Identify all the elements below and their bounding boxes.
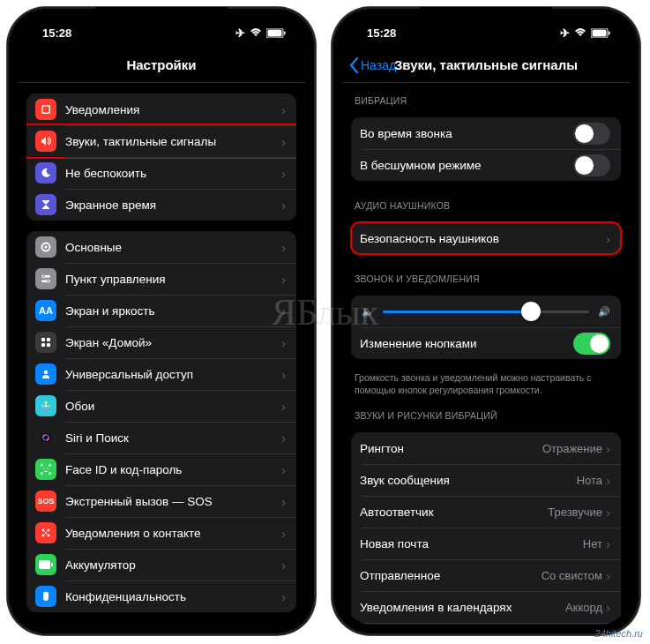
volume-low-icon: 🔈 — [362, 306, 374, 318]
airplane-icon: ✈ — [560, 26, 570, 40]
svg-rect-31 — [51, 563, 53, 566]
settings-row[interactable]: Звуки, тактильные сигналы› — [26, 125, 296, 157]
chevron-right-icon: › — [606, 441, 610, 456]
row-sound-setting[interactable]: УведомленияАккорд› — [351, 623, 621, 625]
row-label: Универсальный доступ — [65, 368, 281, 381]
toggle-change-with-buttons[interactable] — [573, 333, 610, 355]
phone-right: 15:28 ✈ Назад Звуки, тактильные сигналы … — [332, 7, 640, 635]
row-sound-setting[interactable]: Звук сообщенияНота› — [351, 464, 621, 496]
chevron-right-icon: › — [281, 462, 286, 477]
chevron-left-icon — [349, 57, 359, 73]
row-toggle[interactable]: Во время звонка — [351, 117, 621, 149]
volume-slider-row[interactable]: 🔈 🔊 — [351, 296, 621, 327]
row-value: Аккорд — [565, 601, 602, 614]
row-label: Siri и Поиск — [65, 431, 281, 445]
row-toggle[interactable]: В бесшумном режиме — [351, 149, 621, 181]
svg-rect-14 — [47, 343, 50, 347]
scroll-area[interactable]: ВИБРАЦИЯ Во время звонкаВ бесшумном режи… — [342, 83, 630, 625]
section-header-ringer: ЗВОНОК И УВЕДОМЛЕНИЯ — [342, 261, 630, 288]
hand-icon — [35, 586, 56, 607]
row-headphone-safety[interactable]: Безопасность наушников› — [351, 222, 621, 254]
row-label: Уведомления — [65, 103, 281, 116]
row-label: Отправленное — [360, 569, 542, 582]
svg-point-21 — [41, 433, 51, 443]
row-sound-setting[interactable]: Новая почтаНет› — [351, 528, 621, 559]
row-label: Не беспокоить — [65, 167, 281, 180]
chevron-right-icon: › — [281, 102, 286, 117]
row-value: Нет — [583, 537, 602, 550]
chevron-right-icon: › — [281, 198, 286, 213]
settings-row[interactable]: Конфиденциальность› — [26, 580, 296, 612]
row-label: Уведомления о контакте — [65, 527, 281, 540]
svg-rect-4 — [43, 107, 49, 113]
airplane-icon: ✈ — [235, 26, 245, 40]
settings-row[interactable]: Основные› — [26, 231, 296, 263]
settings-row[interactable]: Уведомления› — [26, 94, 296, 125]
chevron-right-icon: › — [606, 568, 610, 583]
row-label: Экран «Домой» — [65, 336, 281, 349]
settings-row[interactable]: Универсальный доступ› — [26, 358, 296, 390]
settings-group-0: Уведомления›Звуки, тактильные сигналы›Не… — [26, 94, 296, 221]
row-change-with-buttons[interactable]: Изменение кнопками — [351, 327, 621, 359]
row-sound-setting[interactable]: ОтправленноеСо свистом› — [351, 559, 621, 591]
settings-row[interactable]: Не беспокоить› — [26, 157, 296, 189]
chevron-right-icon: › — [281, 399, 286, 414]
svg-rect-11 — [41, 338, 45, 341]
toggle[interactable] — [573, 154, 610, 176]
person-icon — [35, 363, 56, 385]
chevron-right-icon: › — [281, 272, 286, 287]
row-label: Во время звонка — [360, 127, 573, 140]
settings-row[interactable]: AAЭкран и яркость› — [26, 295, 296, 326]
group-ringer: 🔈 🔊 Изменение кнопками — [351, 296, 621, 359]
source-brand: 24hitech.ru — [595, 628, 643, 639]
settings-row[interactable]: Экранное время› — [26, 189, 296, 221]
moon-icon — [35, 162, 56, 183]
svg-point-25 — [47, 468, 48, 468]
nav-bar: Настройки — [18, 48, 305, 83]
svg-rect-30 — [39, 560, 50, 569]
screen-left: 15:28 ✈ Настройки Уведомления›Звуки, так… — [18, 18, 305, 625]
dots-icon — [35, 522, 56, 543]
svg-point-19 — [41, 404, 44, 407]
scroll-area[interactable]: Уведомления›Звуки, тактильные сигналы›Не… — [18, 83, 305, 625]
row-sound-setting[interactable]: РингтонОтражение› — [351, 432, 621, 464]
chevron-right-icon: › — [281, 367, 286, 382]
row-label: Звук сообщения — [360, 474, 577, 487]
slider-knob[interactable] — [521, 302, 541, 321]
page-title: Звуки, тактильные сигналы — [394, 57, 578, 72]
settings-row[interactable]: Пункт управления› — [26, 263, 296, 295]
chevron-right-icon: › — [281, 335, 286, 350]
hourglass-icon — [35, 194, 56, 215]
settings-row[interactable]: Обои› — [26, 390, 296, 422]
chevron-right-icon: › — [281, 431, 286, 446]
svg-point-10 — [47, 280, 49, 282]
volume-slider[interactable] — [383, 311, 589, 313]
status-time: 15:28 — [367, 26, 396, 40]
chevron-right-icon: › — [281, 494, 286, 509]
sound-icon — [35, 131, 56, 152]
chevron-right-icon: › — [281, 526, 286, 541]
group-sound-patterns: РингтонОтражение›Звук сообщенияНота›Авто… — [351, 432, 621, 625]
settings-row[interactable]: Face ID и код-пароль› — [26, 453, 296, 485]
svg-point-16 — [45, 405, 48, 408]
settings-row[interactable]: Siri и Поиск› — [26, 422, 296, 453]
group-vibration: Во время звонкаВ бесшумном режиме — [351, 117, 621, 181]
settings-row[interactable]: Экран «Домой»› — [26, 326, 296, 358]
wifi-icon — [574, 28, 586, 37]
row-sound-setting[interactable]: АвтоответчикТрезвучие› — [351, 496, 621, 528]
status-icons: ✈ — [235, 26, 286, 40]
nav-bar: Назад Звуки, тактильные сигналы — [342, 48, 630, 83]
row-label: Face ID и код-пароль — [65, 463, 281, 476]
battery-icon — [266, 28, 286, 38]
back-button[interactable]: Назад — [349, 57, 396, 73]
settings-row[interactable]: Уведомления о контакте› — [26, 517, 296, 549]
settings-row[interactable]: SOSЭкстренный вызов — SOS› — [26, 485, 296, 517]
row-value: Со свистом — [542, 569, 602, 582]
status-icons: ✈ — [560, 26, 610, 40]
row-sound-setting[interactable]: Уведомления в календаряхАккорд› — [351, 591, 621, 623]
toggle[interactable] — [573, 123, 610, 145]
volume-high-icon: 🔊 — [598, 306, 610, 318]
row-label: Безопасность наушников — [360, 232, 606, 245]
settings-row[interactable]: Аккумулятор› — [26, 549, 296, 580]
svg-point-6 — [44, 245, 47, 248]
